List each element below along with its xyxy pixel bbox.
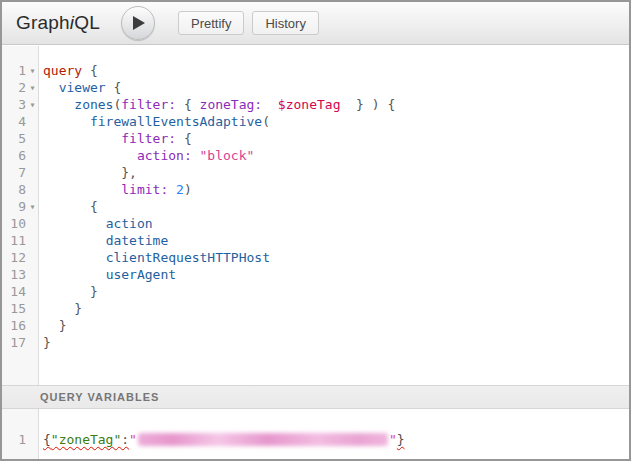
token-vstring: "	[389, 432, 397, 447]
token-field: datetime	[106, 233, 169, 248]
logo-text-suffix: QL	[74, 12, 100, 33]
line-gutter: 12	[2, 249, 39, 266]
code-text[interactable]: }	[39, 334, 51, 351]
execute-button[interactable]	[121, 6, 155, 40]
code-line[interactable]: 1▾query {	[2, 62, 629, 79]
token-field: clientRequestHTTPHost	[106, 250, 270, 265]
code-line[interactable]: 7 },	[2, 164, 629, 181]
variables-editor-lines[interactable]: 1{"zoneTag":""}	[2, 409, 629, 448]
code-text[interactable]: datetime	[39, 232, 168, 249]
line-number: 14	[2, 283, 26, 300]
token-field: action	[106, 216, 153, 231]
graphiql-logo: GraphiQL	[16, 12, 100, 34]
token-punc	[168, 182, 176, 197]
prettify-button[interactable]: Prettify	[178, 11, 244, 35]
code-text[interactable]: firewallEventsAdaptive(	[39, 113, 270, 130]
code-line[interactable]: 9▾ {	[2, 198, 629, 215]
fold-spacer	[26, 215, 39, 232]
line-number: 10	[2, 215, 26, 232]
code-text[interactable]: }	[39, 317, 66, 334]
code-line[interactable]: 2▾ viewer {	[2, 79, 629, 96]
token-punc	[43, 182, 121, 197]
token-punc	[43, 80, 59, 95]
token-punc	[43, 233, 106, 248]
code-text[interactable]: clientRequestHTTPHost	[39, 249, 270, 266]
code-text[interactable]: query {	[39, 62, 98, 79]
line-number: 7	[2, 164, 26, 181]
query-editor[interactable]: 1▾query {2▾ viewer {3▾ zones(filter: { z…	[2, 46, 629, 385]
fold-arrow-icon[interactable]: ▾	[26, 79, 39, 96]
line-gutter: 7	[2, 164, 39, 181]
code-line[interactable]: 13 userAgent	[2, 266, 629, 283]
code-text[interactable]: }	[39, 283, 98, 300]
fold-spacer	[26, 113, 39, 130]
code-text[interactable]: },	[39, 164, 137, 181]
line-gutter: 14	[2, 283, 39, 300]
fold-arrow-icon[interactable]: ▾	[26, 96, 39, 113]
token-field: firewallEventsAdaptive	[90, 114, 262, 129]
token-vstring: "	[129, 432, 137, 447]
line-gutter: 11	[2, 232, 39, 249]
line-number: 16	[2, 317, 26, 334]
code-text[interactable]: limit: 2)	[39, 181, 192, 198]
variables-title: QUERY VARIABLES	[40, 391, 159, 403]
token-vpunc: :	[121, 432, 129, 447]
line-gutter: 4	[2, 113, 39, 130]
code-line[interactable]: 16 }	[2, 317, 629, 334]
token-punc: }	[43, 284, 98, 299]
line-gutter: 1▾	[2, 62, 39, 79]
fold-spacer	[26, 249, 39, 266]
fold-spacer	[26, 232, 39, 249]
line-gutter: 8	[2, 181, 39, 198]
variables-title-bar[interactable]: QUERY VARIABLES	[2, 385, 629, 409]
code-text[interactable]: userAgent	[39, 266, 176, 283]
token-punc	[43, 267, 106, 282]
query-editor-lines[interactable]: 1▾query {2▾ viewer {3▾ zones(filter: { z…	[2, 46, 629, 351]
fold-spacer	[26, 147, 39, 164]
line-number: 2	[2, 79, 26, 96]
code-line[interactable]: 11 datetime	[2, 232, 629, 249]
code-line[interactable]: 12 clientRequestHTTPHost	[2, 249, 629, 266]
code-text[interactable]: {	[39, 198, 98, 215]
history-button[interactable]: History	[252, 11, 318, 35]
code-text[interactable]: filter: {	[39, 130, 192, 147]
code-line[interactable]: 8 limit: 2)	[2, 181, 629, 198]
fold-spacer	[26, 431, 39, 448]
token-string: "block"	[200, 148, 255, 163]
line-number: 3	[2, 96, 26, 113]
fold-arrow-icon[interactable]: ▾	[26, 198, 39, 215]
token-punc	[43, 131, 121, 146]
line-gutter: 10	[2, 215, 39, 232]
variables-editor[interactable]: 1{"zoneTag":""}	[2, 409, 629, 459]
code-line[interactable]: 4 firewallEventsAdaptive(	[2, 113, 629, 130]
code-line[interactable]: 1{"zoneTag":""}	[2, 431, 629, 448]
fold-spacer	[26, 334, 39, 351]
code-line[interactable]: 3▾ zones(filter: { zoneTag: $zoneTag } )…	[2, 96, 629, 113]
line-gutter: 9▾	[2, 198, 39, 215]
line-gutter: 3▾	[2, 96, 39, 113]
code-text[interactable]: zones(filter: { zoneTag: $zoneTag } ) {	[39, 96, 395, 113]
logo-text: Graph	[16, 12, 70, 33]
code-line[interactable]: 14 }	[2, 283, 629, 300]
code-line[interactable]: 10 action	[2, 215, 629, 232]
token-keyword: query	[43, 63, 82, 78]
token-attr: filter:	[121, 97, 176, 112]
code-line[interactable]: 17}	[2, 334, 629, 351]
token-punc	[192, 148, 200, 163]
line-number: 17	[2, 334, 26, 351]
code-text[interactable]: action	[39, 215, 153, 232]
token-punc: } ) {	[340, 97, 395, 112]
code-text[interactable]: }	[39, 300, 82, 317]
line-number: 1	[2, 431, 26, 448]
line-number: 15	[2, 300, 26, 317]
code-text[interactable]: viewer {	[39, 79, 121, 96]
code-text[interactable]: action: "block"	[39, 147, 254, 164]
fold-spacer	[26, 164, 39, 181]
code-line[interactable]: 5 filter: {	[2, 130, 629, 147]
token-var: $zoneTag	[278, 97, 341, 112]
code-line[interactable]: 15 }	[2, 300, 629, 317]
token-vpunc: }	[397, 432, 405, 447]
fold-arrow-icon[interactable]: ▾	[26, 62, 39, 79]
code-text[interactable]: {"zoneTag":""}	[39, 431, 405, 448]
code-line[interactable]: 6 action: "block"	[2, 147, 629, 164]
